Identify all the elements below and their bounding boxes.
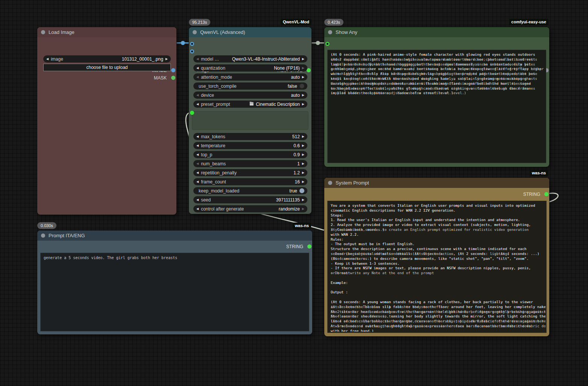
node-pack-tag: was-ns [293,223,311,229]
node-title: Prompt ITA/ENG [49,233,85,238]
output-label-string: STRING [523,192,540,197]
node-load-image[interactable]: Load Image IMAGE MASK ◀ image 101312_000… [37,27,176,215]
widget-repetition-penalty[interactable]: ◀ repetition_penalty 1.2 ▶ [193,169,307,176]
widget-attention-mode[interactable]: ◀ attention_mode auto ▶ [193,73,307,81]
output-socket-string[interactable] [307,244,311,249]
node-header[interactable]: QwenVL (Advanced) [189,27,311,37]
output-label-mask: MASK [154,75,167,81]
output-socket-string[interactable] [544,192,548,196]
node-header[interactable]: Prompt ITA/ENG [37,230,312,241]
prev-arrow-icon[interactable]: ◀ [196,64,199,72]
system-prompt-textarea[interactable]: You are a system that converts Italian o… [327,201,547,333]
prev-arrow-icon[interactable]: ◀ [196,73,199,81]
show-any-text-display[interactable]: (At 0 seconds: A pink-haired anime-style… [327,50,546,163]
toggle-on-icon[interactable] [299,188,304,193]
prev-arrow-icon[interactable]: ◀ [196,55,199,63]
node-header[interactable]: Load Image [37,27,176,37]
node-pack-tag: was-ns [530,170,548,176]
prev-arrow-icon[interactable]: ◀ [196,205,199,212]
widget-top-p[interactable]: ◀ top_p 0.9 ▶ [193,151,307,158]
prompt-textarea[interactable] [192,111,308,130]
prev-arrow-icon[interactable]: ◀ [196,169,199,176]
next-arrow-icon[interactable]: ▶ [302,151,304,158]
display-text-layer-b: (At 0 seconds: A pink-haired anime-style… [331,52,545,162]
user-prompt-textarea[interactable]: generate a 5 seconds video. The girl gra… [40,253,309,331]
input-socket-anything[interactable] [325,42,330,46]
prev-arrow-icon[interactable]: ◀ [196,101,199,108]
next-arrow-icon[interactable]: ▶ [302,92,304,99]
system-prompt-layer-b: You are a system that converts Italian o… [331,203,545,332]
node-graph-canvas[interactable]: 95.213s QwenVL-Mod 0.423s comfyui-easy-u… [0,0,588,386]
next-arrow-icon[interactable]: ▶ [302,101,304,108]
node-show-any[interactable]: Show Any anything output (At 0 seconds: … [324,27,549,167]
widget-control-after-generate[interactable]: ◀ control after generate randomize ▶ [193,205,307,212]
input-socket-image[interactable] [190,42,194,46]
collapse-dot-icon[interactable] [193,30,197,34]
widget-temperature[interactable]: ◀ temperature 0.6 ▶ [193,142,307,149]
widget-image[interactable]: ◀ image 101312_00001_.png ▶ [43,55,171,63]
collapse-dot-icon[interactable] [41,30,45,34]
widget-model[interactable]: ◀ model … Qwen3-VL-4B-Instruct-Abliterat… [193,55,307,63]
node-system-prompt[interactable]: System Prompt STRING You are a system th… [324,178,549,336]
collapse-dot-icon[interactable] [41,233,45,238]
next-arrow-icon[interactable]: ▶ [302,64,304,72]
next-arrow-icon[interactable]: ▶ [166,55,168,63]
next-arrow-icon[interactable]: ▶ [302,169,304,176]
prev-arrow-icon[interactable]: ◀ [196,196,199,203]
output-socket-image[interactable] [171,68,175,72]
next-arrow-icon[interactable]: ▶ [302,142,304,149]
node-title: Load Image [49,29,74,35]
output-label-string: STRING [286,244,303,249]
clapperboard-icon [249,101,254,107]
prev-arrow-icon[interactable]: ◀ [196,92,199,99]
execution-time-badge: 0.030s [37,222,56,229]
node-qwenvl-advanced[interactable]: QwenVL (Advanced) image video RESPONSE ◀… [189,27,311,214]
widget-frame-count[interactable]: ◀ frame_count 16 ▶ [193,178,307,185]
prev-arrow-icon[interactable]: ◀ [196,178,199,185]
execution-time-badge: 95.213s [189,19,210,26]
next-arrow-icon[interactable]: ▶ [302,196,304,203]
input-socket-video[interactable] [190,49,194,53]
response-link-midpoint-dot [316,41,320,45]
image-link-midpoint-dot [181,41,185,45]
next-arrow-icon[interactable]: ▶ [302,73,304,81]
node-title: Show Any [336,29,357,35]
next-arrow-icon[interactable]: ▶ [302,178,304,185]
next-arrow-icon[interactable]: ▶ [302,205,304,212]
toggle-off-icon[interactable] [299,84,304,88]
prev-arrow-icon[interactable]: ◀ [196,151,199,158]
node-prompt-ita-eng[interactable]: Prompt ITA/ENG STRING generate a 5 secon… [37,230,312,334]
choose-file-button[interactable]: choose file to upload [43,64,171,71]
next-arrow-icon[interactable]: ▶ [302,160,304,167]
collapse-dot-icon[interactable] [328,30,332,34]
prev-arrow-icon[interactable]: ◀ [196,133,199,140]
widget-num-beams[interactable]: ◀ num_beams 1 ▶ [193,160,307,167]
user-prompt-text: generate a 5 seconds video. The girl gra… [44,255,308,330]
next-arrow-icon[interactable]: ▶ [302,55,304,63]
widget-keep-model-loaded[interactable]: keep_model_loaded true [193,187,307,194]
node-pack-tag: QwenVL-Mod [281,19,311,25]
widget-device[interactable]: ◀ device auto ▶ [193,92,307,99]
node-pack-tag: comfyui-easy-use [509,19,548,25]
input-socket-prompt-text[interactable] [190,111,194,115]
widget-max-tokens[interactable]: ◀ max_tokens 512 ▶ [193,133,307,140]
prev-arrow-icon[interactable]: ◀ [196,142,199,149]
widget-preset-prompt[interactable]: ◀ preset_prompt Cinematic Description ▶ [193,101,307,108]
output-socket-mask[interactable] [171,76,175,80]
node-title: QwenVL (Advanced) [200,29,245,35]
widget-quantization[interactable]: ◀ quantization None (FP16) ▶ [193,64,307,72]
prev-arrow-icon[interactable]: ◀ [196,160,199,167]
execution-time-badge: 0.423s [324,19,343,26]
next-arrow-icon[interactable]: ▶ [302,133,304,140]
prev-arrow-icon[interactable]: ◀ [46,55,49,63]
widget-use-torch-compile[interactable]: use_torch_compile false [193,82,307,90]
node-header[interactable]: Show Any [324,27,549,37]
node-header[interactable]: System Prompt [324,178,549,188]
node-title: System Prompt [336,180,369,186]
widget-seed[interactable]: ◀ seed 3971111135 ▶ [193,196,307,203]
collapse-dot-icon[interactable] [328,181,332,185]
